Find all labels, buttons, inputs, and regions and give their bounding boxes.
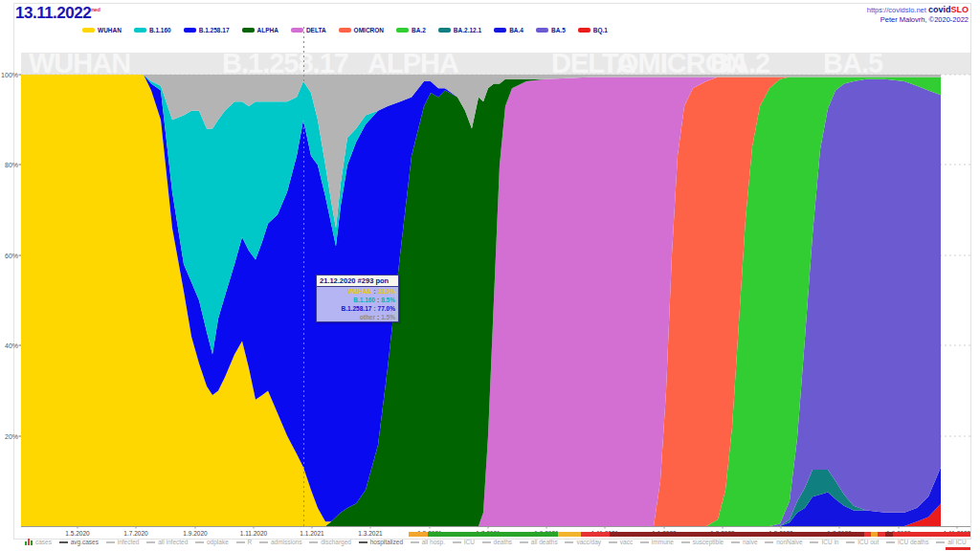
series-legend-item-naive[interactable]: naive <box>731 539 758 545</box>
series-label: infected <box>118 539 140 545</box>
series-label: naive <box>743 539 758 545</box>
series-label: all deaths <box>531 539 558 545</box>
series-legend-item-infected[interactable]: infected <box>106 539 140 545</box>
series-label: R <box>248 539 253 545</box>
series-label: nonNaive <box>776 539 802 545</box>
series-legend-item-all-icu[interactable]: all ICU <box>936 539 967 545</box>
series-line-swatch <box>309 541 318 543</box>
y-tick-label: 40% <box>5 342 18 349</box>
series-label: avg.cases <box>71 539 99 545</box>
series-legend-item-icu-deaths[interactable]: ICU deaths <box>886 539 929 545</box>
series-legend-item-icu-out[interactable]: ICU out <box>846 539 879 545</box>
series-legend-item-icu-in[interactable]: ICU in <box>810 539 838 545</box>
series-label: ICU in <box>821 539 838 545</box>
series-label: vacc/day <box>576 539 601 545</box>
series-legend-item-vacc[interactable]: vacc <box>609 539 633 545</box>
series-label: all infected <box>158 539 188 545</box>
series-label: odplake <box>207 539 229 545</box>
series-line-swatch <box>609 541 617 543</box>
tooltip-rows: WUHAN:13.0%B.1.160:8.5%B.1.258.17:77.0%o… <box>317 287 398 321</box>
stacked-variant-area-chart[interactable]: WUHANB.1.258.17ALPHADELTAOMICRONBA.2BA.5… <box>0 0 980 551</box>
timeline-strip-segment <box>428 532 558 537</box>
timeline-strip-segment <box>558 532 581 537</box>
series-legend-item-nonnaive[interactable]: nonNaive <box>765 539 802 545</box>
series-legend-item-icu[interactable]: ICU <box>453 539 475 545</box>
series-line-swatch <box>236 541 245 543</box>
series-label: ICU deaths <box>898 539 929 545</box>
y-tick-label: 60% <box>5 253 18 259</box>
tooltip-row-B.1.160: B.1.160:8.5% <box>317 296 398 304</box>
y-tick-label: 80% <box>5 162 18 168</box>
watermark-BA.2: BA.2 <box>710 48 769 78</box>
series-legend-item-odplake[interactable]: odplake <box>195 539 229 545</box>
tooltip-separator: : <box>373 304 375 313</box>
series-line-swatch <box>359 541 368 543</box>
series-line-swatch <box>765 541 773 543</box>
x-tick-label: 1.5.2020 <box>65 530 90 537</box>
series-legend-item-hospitalized[interactable]: hospitalized <box>359 539 403 545</box>
series-line-swatch <box>936 541 945 543</box>
watermark-B.1.258.17: B.1.258.17 <box>222 48 348 78</box>
timeline-strip-segment <box>581 532 610 537</box>
watermark-ALPHA: ALPHA <box>368 48 459 78</box>
series-legend-item-avg-cases[interactable]: avg.cases <box>59 539 99 545</box>
timeline-strip-segment <box>893 532 970 537</box>
series-line-swatch <box>846 541 855 543</box>
series-label: ICU out <box>858 539 879 545</box>
tooltip-row-WUHAN: WUHAN:13.0% <box>317 287 398 296</box>
tooltip-row-other: other:1.5% <box>317 313 398 321</box>
series-legend-item-vacc-day[interactable]: vacc/day <box>565 539 601 545</box>
tooltip-separator: : <box>373 287 375 296</box>
series-line-swatch <box>520 541 528 543</box>
tooltip-variant-value: 8.5% <box>381 296 395 304</box>
series-line-swatch <box>731 541 740 543</box>
series-legend-item-susceptible[interactable]: susceptible <box>681 539 724 545</box>
covidslo-variant-page: 13.11.2022ned https://covidslo.net covid… <box>0 0 980 551</box>
x-tick-label: 1.11.2020 <box>240 530 268 537</box>
x-tick-label: 1.9.2020 <box>183 530 208 537</box>
series-line-swatch <box>453 541 461 543</box>
series-line-swatch <box>146 541 155 543</box>
timeline-strip2-segment <box>946 547 970 550</box>
tooltip-separator: : <box>377 296 379 304</box>
tooltip-variant-name: B.1.160 <box>353 296 375 304</box>
series-legend-item-all-deaths[interactable]: all deaths <box>520 539 558 545</box>
series-label: vacc <box>620 539 633 545</box>
series-label: discharged <box>321 539 351 545</box>
timeline-strip-segment <box>610 532 864 537</box>
series-legend-item-deaths[interactable]: deaths <box>482 539 513 545</box>
tooltip-separator: : <box>377 313 379 321</box>
series-legend-item-r[interactable]: R <box>236 539 253 545</box>
tooltip-variant-name: WUHAN <box>347 287 371 296</box>
series-label: hospitalized <box>370 539 403 545</box>
tooltip-variant-name: other <box>360 313 375 321</box>
chart-tooltip: 21.12.2020 #293 pon WUHAN:13.0%B.1.160:8… <box>316 275 399 322</box>
tooltip-variant-value: 13.0% <box>378 287 395 296</box>
tooltip-row-B.1.258.17: B.1.258.17:77.0% <box>317 304 398 313</box>
tooltip-variant-value: 77.0% <box>378 304 395 313</box>
series-legend-item-immune[interactable]: immune <box>640 539 674 545</box>
series-label: admissions <box>271 539 302 545</box>
series-legend: casesavg.casesinfectedall infectedodplak… <box>25 539 967 545</box>
x-tick-label: 1.1.2021 <box>300 530 324 537</box>
series-legend-item-cases[interactable]: cases <box>25 539 52 545</box>
series-line-swatch <box>59 541 68 543</box>
timeline-strip-segment <box>409 532 428 537</box>
series-legend-item-all-hosp-[interactable]: all hosp. <box>411 539 445 545</box>
tooltip-variant-value: 1.5% <box>381 313 395 321</box>
x-tick-label: 1.3.2021 <box>358 530 383 537</box>
series-line-swatch <box>195 541 204 543</box>
series-line-swatch <box>640 541 649 543</box>
series-legend-item-all-infected[interactable]: all infected <box>146 539 188 545</box>
watermark-WUHAN: WUHAN <box>29 48 130 78</box>
series-legend-item-admissions[interactable]: admissions <box>259 539 302 545</box>
series-line-swatch <box>411 541 419 543</box>
timeline-strip-segment <box>871 532 878 537</box>
series-line-swatch <box>810 541 818 543</box>
series-line-swatch <box>482 541 491 543</box>
y-tick-label: 100% <box>1 72 18 78</box>
series-legend-item-discharged[interactable]: discharged <box>309 539 351 545</box>
series-label: susceptible <box>693 539 724 545</box>
series-label: all hosp. <box>422 539 445 545</box>
timeline-strip-segment <box>885 532 893 537</box>
